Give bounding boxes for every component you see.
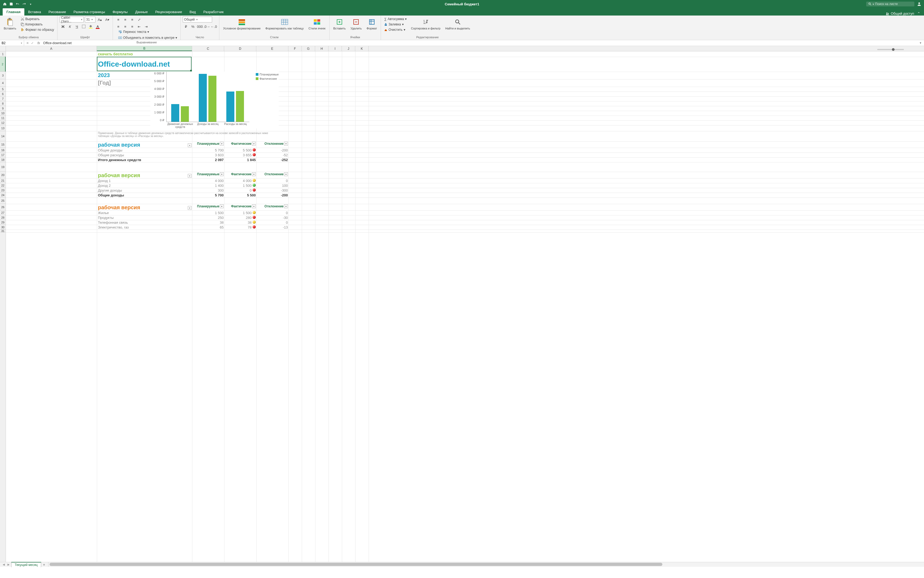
wrap-text-button[interactable]: Перенос текста ▾ <box>117 29 150 34</box>
col-header-A[interactable]: A <box>6 46 97 51</box>
decrease-decimal-icon[interactable]: ←.0 <box>211 24 217 29</box>
row-header-24[interactable]: 24 <box>0 193 6 198</box>
paste-button[interactable]: Вставить <box>2 16 18 31</box>
format-cells-button[interactable]: Формат <box>365 16 379 31</box>
save-icon[interactable] <box>9 2 13 6</box>
row-header-12[interactable]: 12 <box>0 120 6 125</box>
row-header-10[interactable]: 10 <box>0 111 6 115</box>
row-header-6[interactable]: 6 <box>0 91 6 96</box>
row-header-7[interactable]: 7 <box>0 96 6 101</box>
row-header-22[interactable]: 22 <box>0 183 6 188</box>
col-header-C[interactable]: C <box>192 46 224 51</box>
row-header-19[interactable]: 19 <box>0 162 6 172</box>
select-all-corner[interactable] <box>0 46 6 51</box>
row-header-5[interactable]: 5 <box>0 87 6 91</box>
tab-данные[interactable]: Данные <box>131 8 151 16</box>
fill-button[interactable]: Заливка ▾ <box>383 22 408 27</box>
comma-icon[interactable]: 000 <box>197 24 203 29</box>
row-header-30[interactable]: 30 <box>0 225 6 230</box>
filter-icon[interactable]: ▾ <box>284 205 288 208</box>
sheet-nav-next-icon[interactable]: ▶ <box>6 562 11 567</box>
font-size-combo[interactable]: 31 <box>85 16 96 23</box>
currency-icon[interactable]: ₽ <box>183 24 189 29</box>
row-header-23[interactable]: 23 <box>0 188 6 193</box>
filter-icon[interactable]: ▾ <box>188 143 191 147</box>
row-header-26[interactable]: 26 <box>0 204 6 210</box>
fill-color-icon[interactable] <box>88 24 94 29</box>
tab-вставка[interactable]: Вставка <box>24 8 45 16</box>
delete-cells-button[interactable]: Удалить <box>349 16 363 31</box>
row-header-8[interactable]: 8 <box>0 101 6 106</box>
row-header-11[interactable]: 11 <box>0 115 6 120</box>
add-sheet-button[interactable]: + <box>42 562 47 567</box>
row-header-28[interactable]: 28 <box>0 215 6 220</box>
tab-рисование[interactable]: Рисование <box>45 8 70 16</box>
customize-qat-icon[interactable]: ▾ <box>28 2 32 6</box>
percent-icon[interactable]: % <box>190 24 196 29</box>
format-painter-button[interactable]: Формат по образцу <box>19 27 55 32</box>
orientation-icon[interactable]: ⤢ <box>136 16 142 23</box>
underline-icon[interactable]: Ч <box>74 24 80 29</box>
row-header-1[interactable]: 1 <box>0 51 6 57</box>
filter-icon[interactable]: ▾ <box>252 142 256 146</box>
row-header-3[interactable]: 3 <box>0 72 6 79</box>
col-header-I[interactable]: I <box>329 46 342 51</box>
ribbon-collapse-icon[interactable]: ⌃ <box>917 11 920 16</box>
border-icon[interactable] <box>81 24 87 29</box>
row-header-16[interactable]: 16 <box>0 148 6 153</box>
row-header-4[interactable]: 4 <box>0 79 6 87</box>
col-header-G[interactable]: G <box>302 46 315 51</box>
align-left-icon[interactable]: ≡ <box>115 24 122 29</box>
cut-button[interactable]: Вырезать <box>19 16 55 21</box>
decrease-indent-icon[interactable]: ⇤ <box>136 24 142 29</box>
align-bottom-icon[interactable]: ≡ <box>129 16 135 23</box>
accept-formula-icon[interactable]: ✓ <box>31 41 34 45</box>
col-header-J[interactable]: J <box>342 46 355 51</box>
row-header-14[interactable]: 14 <box>0 131 6 141</box>
row-header-9[interactable]: 9 <box>0 106 6 111</box>
row-header-27[interactable]: 27 <box>0 210 6 215</box>
cells-grid[interactable]: скачать бесплатноOffice-download.net2023… <box>6 51 924 562</box>
conditional-format-button[interactable]: Условное форматирование <box>222 16 262 31</box>
name-box[interactable]: B2▾ <box>0 40 24 46</box>
filter-icon[interactable]: ▾ <box>220 172 224 176</box>
merge-button[interactable]: Объединить и поместить в центре ▾ <box>117 35 178 40</box>
font-family-combo[interactable]: Calibri (Заго... <box>60 16 84 23</box>
insert-cells-button[interactable]: Вставить <box>332 16 347 31</box>
home-icon[interactable] <box>3 2 7 6</box>
cancel-formula-icon[interactable]: ✕ <box>26 41 29 45</box>
col-header-K[interactable]: K <box>355 46 369 51</box>
filter-icon[interactable]: ▾ <box>252 205 256 208</box>
filter-icon[interactable]: ▾ <box>220 205 224 208</box>
fx-icon[interactable]: fx <box>36 41 42 45</box>
row-header-20[interactable]: 20 <box>0 172 6 178</box>
row-header-15[interactable]: 15 <box>0 141 6 148</box>
user-icon[interactable] <box>917 2 921 6</box>
filter-icon[interactable]: ▾ <box>188 206 191 210</box>
format-table-button[interactable]: Форматировать как таблицу <box>264 16 305 31</box>
copy-button[interactable]: Копировать <box>19 22 55 27</box>
share-button[interactable]: Общий доступ <box>886 11 914 16</box>
tab-главная[interactable]: Главная <box>3 8 24 16</box>
number-format-combo[interactable]: Общий <box>183 16 212 23</box>
col-header-E[interactable]: E <box>256 46 289 51</box>
align-center-icon[interactable]: ≡ <box>122 24 128 29</box>
autosum-button[interactable]: ∑ Автосумма ▾ <box>383 16 408 21</box>
search-input[interactable]: ▾ Поиск на листе <box>866 2 914 6</box>
chart[interactable]: ПланируемыеФактические0 ₽1 000 ₽2 000 ₽3… <box>150 72 279 128</box>
row-header-21[interactable]: 21 <box>0 178 6 183</box>
row-header-29[interactable]: 29 <box>0 220 6 225</box>
sort-filter-button[interactable]: Сортировка и фильтр <box>409 16 442 31</box>
filter-icon[interactable]: ▾ <box>252 172 256 176</box>
tab-формулы[interactable]: Формулы <box>109 8 131 16</box>
horizontal-scrollbar[interactable] <box>49 562 924 567</box>
sheet-nav-prev-icon[interactable]: ◀ <box>2 562 6 567</box>
sheet-tab[interactable]: Текущий месяц <box>11 562 41 567</box>
cell-styles-button[interactable]: Стили ячеек <box>307 16 327 31</box>
tab-разработчик[interactable]: Разработчик <box>199 8 227 16</box>
tab-рецензирование[interactable]: Рецензирование <box>151 8 186 16</box>
decrease-font-icon[interactable]: A▾ <box>104 16 110 23</box>
zoom-slider[interactable] <box>877 49 904 50</box>
clear-button[interactable]: Очистить ▾ <box>383 27 408 32</box>
row-header-13[interactable]: 13 <box>0 125 6 131</box>
